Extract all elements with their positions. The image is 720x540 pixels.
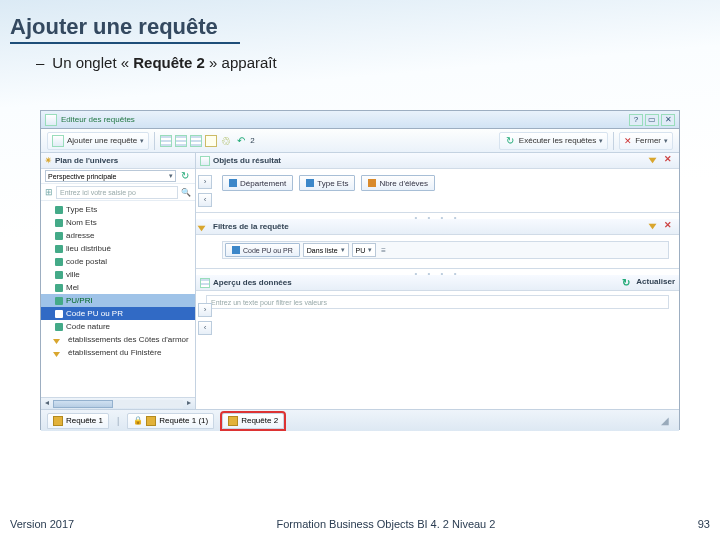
add-to-filter-button[interactable]: › [198,303,212,317]
filter-options-icon[interactable]: ≡ [381,246,386,255]
filter-chip: Code PU ou PR [225,243,300,257]
tree-item: établissement du Finistère [41,346,195,359]
bullet-line: – Un onglet « Requête 2 » apparaît [0,44,720,71]
perspective-select[interactable]: Perspective principale [45,170,176,182]
query-tab-icon [228,416,238,426]
resize-grip-icon[interactable]: ◢ [661,415,673,427]
tree-item: ville [41,268,195,281]
toolbar-icon-5[interactable]: ♲ [220,135,232,147]
toolbar-divider [154,132,155,150]
preview-title: Aperçu des données [213,278,292,287]
tree-item: adresse [41,229,195,242]
tab-requete-1[interactable]: Requête 1 [47,413,109,429]
perspective-value: Perspective principale [48,173,116,180]
lock-icon: 🔒 [133,416,143,426]
tree-item: Nom Ets [41,216,195,229]
filter-icon [55,348,65,358]
run-queries-label: Exécuter les requêtes [519,136,596,145]
close-x-icon: ✕ [624,136,632,146]
undo-icon[interactable]: ↶ [235,135,247,147]
slide-title: Ajouter une requête [0,0,720,42]
window-title-text: Editeur des requêtes [61,115,629,124]
bullet-bold: Requête 2 [133,54,205,71]
add-query-button[interactable]: Ajouter une requête ▾ [47,132,149,150]
footer-page: 93 [698,518,710,530]
remove-from-result-button[interactable]: ‹ [198,193,212,207]
toolbar: Ajouter une requête ▾ ♲ ↶ 2 Exécuter les… [41,129,679,153]
maximize-icon[interactable]: ▭ [645,114,659,126]
tree-item: Code nature [41,320,195,333]
result-chip: Type Ets [299,175,355,191]
bullet-dash: – [36,54,44,71]
universe-panel-header: ✴ Plan de l'univers [41,153,195,169]
run-queries-button[interactable]: Exécuter les requêtes ▾ [499,132,608,150]
result-objects-area[interactable]: Département Type Ets Nbre d'élèves [196,169,679,212]
toolbar-divider-2 [613,132,614,150]
tab-label: Requête 2 [241,416,278,425]
filters-toolbar-icon[interactable] [647,220,657,230]
result-clear-icon[interactable]: ✕ [661,154,675,168]
query-tab-icon [53,416,63,426]
add-to-result-button[interactable]: › [198,175,212,189]
refresh-icon[interactable] [620,277,632,289]
tree-item: lieu distribué [41,242,195,255]
bullet-text: Un onglet « Requête 2 » apparaît [52,54,276,71]
filter-row[interactable]: Code PU ou PR Dans liste PU ≡ [222,241,669,259]
filter-operator-select[interactable]: Dans liste [303,243,349,257]
window-titlebar: Editeur des requêtes ? ▭ ✕ [41,111,679,129]
tree-item: établissements des Côtes d'armor [41,333,195,346]
footer-version: Version 2017 [10,518,74,530]
tree-item: Type Ets [41,203,195,216]
filters-clear-icon[interactable]: ✕ [661,220,675,234]
transfer-buttons-result: › ‹ [198,175,212,207]
tab-requete-1-1[interactable]: 🔒 Requête 1 (1) [127,413,214,429]
tab-separator: | [117,416,119,426]
close-label: Fermer [635,136,661,145]
slide-footer: Version 2017 Formation Business Objects … [10,518,710,530]
bullet-suffix: » apparaît [205,54,277,71]
search-icon[interactable]: 🔍 [181,188,191,197]
undo-count: 2 [250,136,254,145]
result-filter-icon[interactable] [647,154,657,164]
remove-from-filter-button[interactable]: ‹ [198,321,212,335]
tree-hscrollbar[interactable]: ◂▸ [41,397,195,409]
query-tab-icon [146,416,156,426]
filter-value-select[interactable]: PU [352,243,377,257]
result-objects-icon [200,156,210,166]
close-icon[interactable]: ✕ [661,114,675,126]
close-button[interactable]: ✕ Fermer ▾ [619,132,673,150]
toolbar-icon-1[interactable] [160,135,172,147]
query-build-panel: › ‹ › ‹ Objets du résultat ✕ Départ [196,153,679,409]
universe-search-input[interactable]: Entrez ici votre saisie po [56,186,178,199]
preview-icon [200,278,210,288]
bullet-prefix: Un onglet « [52,54,133,71]
tab-label: Requête 1 [66,416,103,425]
footer-center: Formation Business Objects BI 4. 2 Nivea… [74,518,698,530]
preview-filter-input[interactable]: Entrez un texte pour filtrer les valeurs [206,295,669,309]
preview-header: Aperçu des données Actualiser [196,275,679,291]
result-chip: Département [222,175,293,191]
filter-icon [55,335,65,345]
result-objects-title: Objets du résultat [213,156,281,165]
add-query-label: Ajouter une requête [67,136,137,145]
expand-icon[interactable]: ⊞ [45,187,53,197]
query-filters-area[interactable]: Code PU ou PR Dans liste PU ≡ [196,235,679,268]
perspective-refresh-icon[interactable] [179,170,191,182]
refresh-label[interactable]: Actualiser [636,277,675,289]
tree-item: Mel [41,281,195,294]
transfer-buttons-filter: › ‹ [198,303,212,335]
query-filters-title: Filtres de la requête [213,222,289,231]
tree-item-selected: Code PU ou PR [41,307,195,320]
help-icon[interactable]: ? [629,114,643,126]
tab-label: Requête 1 (1) [159,416,208,425]
toolbar-icon-3[interactable] [190,135,202,147]
toolbar-icon-4[interactable] [205,135,217,147]
universe-tree[interactable]: Type Ets Nom Ets adresse lieu distribué … [41,201,195,397]
tab-requete-2[interactable]: Requête 2 [222,413,284,429]
window-app-icon [45,114,57,126]
add-query-icon [52,135,64,147]
toolbar-icon-2[interactable] [175,135,187,147]
result-chip-measure: Nbre d'élèves [361,175,435,191]
query-tabs-bar: Requête 1 | 🔒 Requête 1 (1) Requête 2 ◢ [41,409,679,431]
run-icon [504,135,516,147]
